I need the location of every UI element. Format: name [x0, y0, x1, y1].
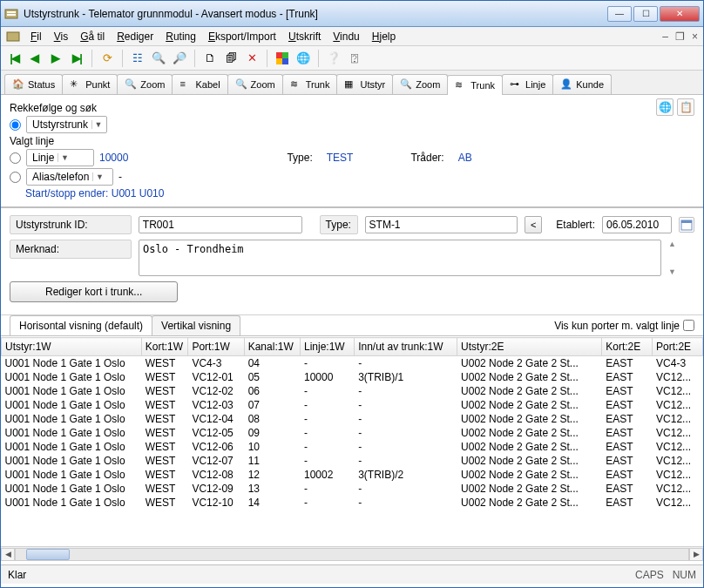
- table-cell: EAST: [602, 468, 653, 482]
- colors-icon[interactable]: [274, 51, 290, 66]
- column-header[interactable]: Linje:1W: [301, 338, 355, 356]
- combo-linje[interactable]: Linje ▼: [26, 149, 94, 166]
- table-row[interactable]: U001 Node 1 Gate 1 OsloWESTVC12-0408--U0…: [2, 412, 703, 426]
- column-header[interactable]: Kort:2E: [602, 338, 653, 356]
- merknad-textarea[interactable]: [139, 240, 661, 276]
- table-cell: -: [301, 454, 355, 468]
- textarea-scrollbar[interactable]: ▲▼: [668, 240, 682, 276]
- table-row[interactable]: U001 Node 1 Gate 1 OsloWESTVC12-0509--U0…: [2, 426, 703, 440]
- id-input[interactable]: [139, 216, 302, 233]
- table-cell: U001 Node 1 Gate 1 Oslo: [2, 370, 142, 384]
- startstop-link[interactable]: Start/stopp ender: U001 U010: [25, 187, 164, 199]
- menu-hjelp[interactable]: Hjelp: [367, 29, 401, 44]
- tab-kunde-10[interactable]: 👤Kunde: [552, 74, 612, 94]
- grid-scroll-area[interactable]: Utstyr:1WKort:1WPort:1WKanal:1WLinje:1WI…: [1, 337, 703, 546]
- column-header[interactable]: Port:2E: [653, 338, 703, 356]
- column-header[interactable]: Inn/ut av trunk:1W: [355, 338, 457, 356]
- mdi-minimize[interactable]: –: [660, 30, 670, 43]
- column-header[interactable]: Port:1W: [188, 338, 244, 356]
- window-title: Utstyrstrunk - Telemator grunnmodul - Av…: [24, 8, 607, 20]
- table-cell: U002 Node 2 Gate 2 St...: [457, 384, 602, 398]
- whatsthis-icon[interactable]: ⍰: [347, 51, 362, 66]
- chevron-down-icon: ▼: [91, 120, 105, 129]
- tab-trunk-5[interactable]: ≋Trunk: [282, 74, 338, 94]
- status-bar: Klar CAPS NUM: [1, 564, 703, 584]
- tree-icon[interactable]: ☷: [130, 51, 146, 66]
- table-cell: -: [355, 426, 457, 440]
- etablert-input[interactable]: [602, 216, 672, 233]
- nav-next-icon[interactable]: ▶: [48, 51, 64, 66]
- tab-zoom-2[interactable]: 🔍Zoom: [117, 74, 173, 94]
- table-row[interactable]: U001 Node 1 Gate 1 OsloWESTVC12-0206--U0…: [2, 384, 703, 398]
- menu-utskrift[interactable]: Utskrift: [283, 29, 326, 44]
- new-doc-icon[interactable]: 🗋: [202, 51, 218, 66]
- table-row[interactable]: U001 Node 1 Gate 1 OsloWESTVC4-304--U002…: [2, 356, 703, 371]
- delete-icon[interactable]: ✕: [244, 51, 260, 66]
- help-icon[interactable]: ❔: [326, 51, 342, 66]
- radio-linje[interactable]: [10, 152, 21, 164]
- tab-vertical[interactable]: Vertikal visning: [152, 315, 240, 335]
- svg-rect-4: [276, 52, 282, 58]
- table-row[interactable]: U001 Node 1 Gate 1 OsloWESTVC12-0610--U0…: [2, 440, 703, 454]
- tab-horizontal[interactable]: Horisontal visning (default): [10, 315, 152, 335]
- column-header[interactable]: Kort:1W: [141, 338, 188, 356]
- menu-eksport[interactable]: Eksport/Import: [203, 29, 281, 44]
- table-cell: U001 Node 1 Gate 1 Oslo: [2, 440, 142, 454]
- type-input[interactable]: [365, 216, 518, 233]
- table-row[interactable]: U001 Node 1 Gate 1 OsloWESTVC12-0913--U0…: [2, 482, 703, 496]
- refresh-icon[interactable]: ⟳: [99, 51, 115, 66]
- combo-utstyrstrunk[interactable]: Utstyrstrunk ▼: [26, 116, 107, 133]
- menu-vindu[interactable]: Vindu: [328, 29, 364, 44]
- table-cell: -: [355, 384, 457, 398]
- linje-value[interactable]: 10000: [99, 152, 128, 164]
- filter-checkbox[interactable]: [683, 320, 694, 331]
- clipboard-check-icon[interactable]: 📋: [677, 98, 694, 116]
- menu-fil[interactable]: Fil: [25, 29, 47, 44]
- horizontal-scrollbar[interactable]: ◀ ▶: [1, 546, 703, 561]
- table-row[interactable]: U001 Node 1 Gate 1 OsloWESTVC12-01051000…: [2, 370, 703, 384]
- menu-ruting[interactable]: Ruting: [160, 29, 201, 44]
- table-row[interactable]: U001 Node 1 Gate 1 OsloWESTVC12-0711--U0…: [2, 454, 703, 468]
- table-row[interactable]: U001 Node 1 Gate 1 OsloWESTVC12-0307--U0…: [2, 398, 703, 412]
- combo-alias[interactable]: Alias/telefon ▼: [26, 168, 113, 186]
- type-lookup-button[interactable]: <: [525, 216, 542, 233]
- radio-utstyrstrunk[interactable]: [10, 119, 21, 131]
- globe-icon[interactable]: 🌐: [295, 51, 311, 66]
- nav-first-icon[interactable]: |◀: [6, 51, 22, 66]
- nav-prev-icon[interactable]: ◀: [27, 51, 43, 66]
- scroll-right-icon[interactable]: ▶: [689, 548, 703, 561]
- tab-punkt-1[interactable]: ✳Punkt: [62, 74, 118, 94]
- tab-status-0[interactable]: 🏠Status: [4, 74, 63, 94]
- zoom-in-icon[interactable]: 🔍: [151, 51, 166, 66]
- column-header[interactable]: Utstyr:2E: [457, 338, 602, 356]
- calendar-icon[interactable]: [679, 217, 694, 233]
- tab-trunk-8[interactable]: ≋Trunk: [447, 75, 503, 95]
- table-row[interactable]: U001 Node 1 Gate 1 OsloWESTVC12-08121000…: [2, 468, 703, 482]
- mdi-restore[interactable]: ❐: [674, 30, 687, 43]
- tab-kabel-3[interactable]: ≡Kabel: [172, 74, 227, 94]
- copy-icon[interactable]: 🗐: [223, 51, 239, 66]
- menu-vis[interactable]: Vis: [49, 29, 73, 44]
- radio-alias[interactable]: [10, 172, 21, 183]
- scroll-left-icon[interactable]: ◀: [1, 548, 15, 561]
- column-header[interactable]: Utstyr:1W: [2, 338, 142, 356]
- maximize-button[interactable]: ☐: [633, 6, 658, 22]
- table-cell: 06: [244, 384, 300, 398]
- edit-trunk-button[interactable]: Rediger kort i trunk...: [10, 281, 178, 302]
- mdi-close[interactable]: ×: [690, 30, 700, 43]
- tab-icon: ⊶: [510, 78, 522, 91]
- tab-linje-9[interactable]: ⊶Linje: [502, 74, 553, 94]
- table-row[interactable]: U001 Node 1 Gate 1 OsloWESTVC12-1014--U0…: [2, 496, 703, 510]
- menu-gatil[interactable]: Gå til: [75, 29, 110, 44]
- tab-zoom-7[interactable]: 🔍Zoom: [392, 74, 448, 94]
- minimize-button[interactable]: —: [607, 6, 632, 22]
- tab-utstyr-6[interactable]: ▦Utstyr: [336, 74, 393, 94]
- table-cell: 08: [244, 412, 300, 426]
- close-button[interactable]: ✕: [660, 6, 700, 22]
- column-header[interactable]: Kanal:1W: [244, 338, 300, 356]
- zoom-out-icon[interactable]: 🔎: [172, 51, 187, 66]
- nav-last-icon[interactable]: ▶|: [69, 51, 85, 66]
- globe-refresh-icon[interactable]: 🌐: [656, 98, 674, 116]
- menu-rediger[interactable]: Rediger: [112, 29, 159, 44]
- tab-zoom-4[interactable]: 🔍Zoom: [227, 74, 283, 94]
